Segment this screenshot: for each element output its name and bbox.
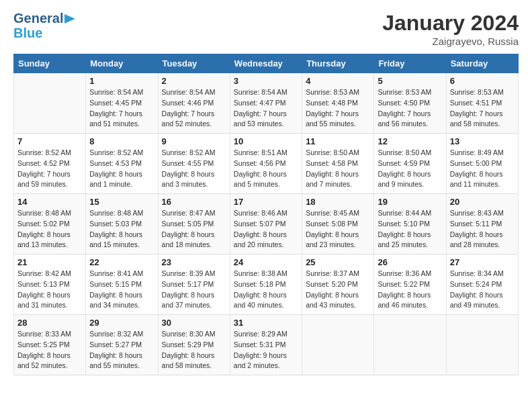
calendar-table: SundayMondayTuesdayWednesdayThursdayFrid… xyxy=(13,54,519,375)
calendar-cell: 19Sunrise: 8:44 AMSunset: 5:10 PMDayligh… xyxy=(374,194,446,255)
day-number: 15 xyxy=(89,197,154,207)
day-info: Sunrise: 8:30 AMSunset: 5:29 PMDaylight:… xyxy=(162,329,226,371)
calendar-cell: 29Sunrise: 8:32 AMSunset: 5:27 PMDayligh… xyxy=(86,315,158,375)
day-info: Sunrise: 8:52 AMSunset: 4:52 PMDaylight:… xyxy=(17,148,82,190)
weekday-header-wednesday: Wednesday xyxy=(230,54,302,73)
calendar-cell: 30Sunrise: 8:30 AMSunset: 5:29 PMDayligh… xyxy=(158,315,230,375)
weekday-header-saturday: Saturday xyxy=(446,54,518,73)
day-number: 4 xyxy=(306,76,370,86)
page-container: General Blue January 2024 Zaigrayevo, Ru… xyxy=(0,0,532,389)
day-info: Sunrise: 8:45 AMSunset: 5:08 PMDaylight:… xyxy=(306,208,370,250)
day-number: 28 xyxy=(17,318,82,328)
header: General Blue January 2024 Zaigrayevo, Ru… xyxy=(13,11,519,47)
day-number: 6 xyxy=(450,76,515,86)
day-info: Sunrise: 8:48 AMSunset: 5:03 PMDaylight:… xyxy=(89,208,154,250)
calendar-cell: 5Sunrise: 8:53 AMSunset: 4:50 PMDaylight… xyxy=(374,73,446,134)
weekday-header-thursday: Thursday xyxy=(302,54,374,73)
calendar-cell: 1Sunrise: 8:54 AMSunset: 4:45 PMDaylight… xyxy=(86,73,158,134)
location: Zaigrayevo, Russia xyxy=(382,36,519,47)
logo-arrow-icon xyxy=(64,14,75,24)
calendar-cell: 27Sunrise: 8:34 AMSunset: 5:24 PMDayligh… xyxy=(446,255,518,315)
calendar-cell: 18Sunrise: 8:45 AMSunset: 5:08 PMDayligh… xyxy=(302,194,374,255)
day-info: Sunrise: 8:48 AMSunset: 5:02 PMDaylight:… xyxy=(17,208,82,250)
calendar-cell: 17Sunrise: 8:46 AMSunset: 5:07 PMDayligh… xyxy=(230,194,302,255)
day-number: 30 xyxy=(162,318,226,328)
day-number: 14 xyxy=(17,197,82,207)
svg-marker-0 xyxy=(64,14,75,24)
day-info: Sunrise: 8:32 AMSunset: 5:27 PMDaylight:… xyxy=(89,329,154,371)
day-info: Sunrise: 8:46 AMSunset: 5:07 PMDaylight:… xyxy=(234,208,298,250)
day-info: Sunrise: 8:43 AMSunset: 5:11 PMDaylight:… xyxy=(450,208,515,250)
calendar-cell: 25Sunrise: 8:37 AMSunset: 5:20 PMDayligh… xyxy=(302,255,374,315)
day-info: Sunrise: 8:54 AMSunset: 4:47 PMDaylight:… xyxy=(234,87,298,130)
calendar-cell: 14Sunrise: 8:48 AMSunset: 5:02 PMDayligh… xyxy=(14,194,86,255)
day-info: Sunrise: 8:54 AMSunset: 4:45 PMDaylight:… xyxy=(89,87,154,130)
logo-general-text: General xyxy=(13,11,63,26)
day-number: 13 xyxy=(450,136,515,146)
day-number: 11 xyxy=(306,136,370,146)
calendar-cell xyxy=(302,315,374,375)
day-number: 10 xyxy=(234,136,298,146)
day-info: Sunrise: 8:41 AMSunset: 5:15 PMDaylight:… xyxy=(89,269,154,311)
day-info: Sunrise: 8:49 AMSunset: 5:00 PMDaylight:… xyxy=(450,148,515,190)
calendar-cell: 11Sunrise: 8:50 AMSunset: 4:58 PMDayligh… xyxy=(302,134,374,194)
day-number: 17 xyxy=(234,197,298,207)
calendar-cell: 13Sunrise: 8:49 AMSunset: 5:00 PMDayligh… xyxy=(446,134,518,194)
week-row-3: 14Sunrise: 8:48 AMSunset: 5:02 PMDayligh… xyxy=(14,194,519,255)
day-number: 19 xyxy=(378,197,442,207)
day-number: 26 xyxy=(378,257,442,267)
day-info: Sunrise: 8:29 AMSunset: 5:31 PMDaylight:… xyxy=(234,329,298,371)
calendar-cell: 2Sunrise: 8:54 AMSunset: 4:46 PMDaylight… xyxy=(158,73,230,134)
calendar-cell: 8Sunrise: 8:52 AMSunset: 4:53 PMDaylight… xyxy=(86,134,158,194)
weekday-header-tuesday: Tuesday xyxy=(158,54,230,73)
day-info: Sunrise: 8:42 AMSunset: 5:13 PMDaylight:… xyxy=(17,269,82,311)
day-number: 22 xyxy=(89,257,154,267)
calendar-cell xyxy=(374,315,446,375)
day-number: 24 xyxy=(234,257,298,267)
day-info: Sunrise: 8:36 AMSunset: 5:22 PMDaylight:… xyxy=(378,269,442,311)
calendar-cell: 28Sunrise: 8:33 AMSunset: 5:25 PMDayligh… xyxy=(14,315,86,375)
day-number: 9 xyxy=(162,136,226,146)
day-number: 18 xyxy=(306,197,370,207)
logo: General Blue xyxy=(13,11,75,40)
day-number: 27 xyxy=(450,257,515,267)
day-number: 25 xyxy=(306,257,370,267)
day-number: 12 xyxy=(378,136,442,146)
logo-blue-text: Blue xyxy=(13,26,75,40)
weekday-header-friday: Friday xyxy=(374,54,446,73)
day-number: 1 xyxy=(89,76,154,86)
day-number: 31 xyxy=(234,318,298,328)
calendar-cell xyxy=(446,315,518,375)
title-block: January 2024 Zaigrayevo, Russia xyxy=(382,11,519,47)
calendar-cell: 22Sunrise: 8:41 AMSunset: 5:15 PMDayligh… xyxy=(86,255,158,315)
calendar-cell: 24Sunrise: 8:38 AMSunset: 5:18 PMDayligh… xyxy=(230,255,302,315)
day-number: 21 xyxy=(17,257,82,267)
calendar-cell: 12Sunrise: 8:50 AMSunset: 4:59 PMDayligh… xyxy=(374,134,446,194)
calendar-cell: 10Sunrise: 8:51 AMSunset: 4:56 PMDayligh… xyxy=(230,134,302,194)
day-info: Sunrise: 8:53 AMSunset: 4:48 PMDaylight:… xyxy=(306,87,370,130)
calendar-cell xyxy=(14,73,86,134)
calendar-cell: 21Sunrise: 8:42 AMSunset: 5:13 PMDayligh… xyxy=(14,255,86,315)
day-info: Sunrise: 8:47 AMSunset: 5:05 PMDaylight:… xyxy=(162,208,226,250)
day-info: Sunrise: 8:54 AMSunset: 4:46 PMDaylight:… xyxy=(162,87,226,130)
week-row-1: 1Sunrise: 8:54 AMSunset: 4:45 PMDaylight… xyxy=(14,73,519,134)
day-info: Sunrise: 8:44 AMSunset: 5:10 PMDaylight:… xyxy=(378,208,442,250)
week-row-2: 7Sunrise: 8:52 AMSunset: 4:52 PMDaylight… xyxy=(14,134,519,194)
day-number: 23 xyxy=(162,257,226,267)
calendar-cell: 20Sunrise: 8:43 AMSunset: 5:11 PMDayligh… xyxy=(446,194,518,255)
calendar-cell: 6Sunrise: 8:53 AMSunset: 4:51 PMDaylight… xyxy=(446,73,518,134)
day-number: 20 xyxy=(450,197,515,207)
day-info: Sunrise: 8:50 AMSunset: 4:59 PMDaylight:… xyxy=(378,148,442,190)
day-number: 3 xyxy=(234,76,298,86)
day-info: Sunrise: 8:39 AMSunset: 5:17 PMDaylight:… xyxy=(162,269,226,311)
calendar-cell: 9Sunrise: 8:52 AMSunset: 4:55 PMDaylight… xyxy=(158,134,230,194)
day-info: Sunrise: 8:53 AMSunset: 4:51 PMDaylight:… xyxy=(450,87,515,130)
day-info: Sunrise: 8:53 AMSunset: 4:50 PMDaylight:… xyxy=(378,87,442,130)
week-row-5: 28Sunrise: 8:33 AMSunset: 5:25 PMDayligh… xyxy=(14,315,519,375)
calendar-cell: 16Sunrise: 8:47 AMSunset: 5:05 PMDayligh… xyxy=(158,194,230,255)
calendar-cell: 3Sunrise: 8:54 AMSunset: 4:47 PMDaylight… xyxy=(230,73,302,134)
day-info: Sunrise: 8:33 AMSunset: 5:25 PMDaylight:… xyxy=(17,329,82,371)
week-row-4: 21Sunrise: 8:42 AMSunset: 5:13 PMDayligh… xyxy=(14,255,519,315)
day-number: 8 xyxy=(89,136,154,146)
day-info: Sunrise: 8:38 AMSunset: 5:18 PMDaylight:… xyxy=(234,269,298,311)
